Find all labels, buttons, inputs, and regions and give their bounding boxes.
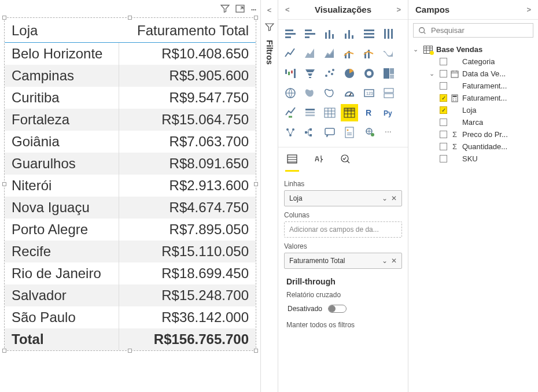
field-checkbox[interactable] xyxy=(440,143,447,150)
viz-stacked-bar[interactable] xyxy=(282,25,299,43)
field-checkbox[interactable] xyxy=(440,82,447,90)
report-canvas[interactable]: ··· Loja Faturamento Total Belo Horizont… xyxy=(0,0,260,392)
viz-waterfall[interactable] xyxy=(282,65,299,82)
viz-bar[interactable] xyxy=(301,25,319,43)
viz-slicer[interactable] xyxy=(301,104,319,121)
more-options-icon[interactable]: ··· xyxy=(250,3,256,16)
field-faturament-[interactable]: Faturament... xyxy=(413,92,533,104)
values-well[interactable]: Faturamento Total ⌄✕ xyxy=(284,253,402,269)
table-row[interactable]: RecifeR$15.110.050 xyxy=(5,241,256,262)
fields-header[interactable]: Campos > xyxy=(408,0,538,20)
visualizations-header[interactable]: < Visualizações > xyxy=(278,0,408,20)
viz-col[interactable] xyxy=(341,25,358,43)
table-row[interactable]: SalvadorR$15.248.700 xyxy=(5,284,256,306)
viz-more[interactable]: ··· xyxy=(380,124,397,141)
viz-stacked-area[interactable] xyxy=(321,45,338,62)
table-row[interactable]: Rio de JaneiroR$18.699.450 xyxy=(5,262,256,284)
viz-donut[interactable] xyxy=(360,65,378,82)
viz-100-bar[interactable] xyxy=(360,25,378,43)
resize-handle[interactable] xyxy=(128,349,132,353)
viz-decomposition[interactable] xyxy=(301,124,319,141)
chevron-right-icon[interactable]: > xyxy=(526,5,531,14)
filters-pane-collapsed[interactable]: < Filtros xyxy=(260,0,278,392)
analytics-tab[interactable] xyxy=(338,150,352,172)
expand-icon[interactable]: ⌄ xyxy=(429,70,436,77)
filter-icon[interactable] xyxy=(220,4,230,15)
collapse-icon[interactable]: < xyxy=(285,5,290,14)
format-tab[interactable] xyxy=(312,150,326,172)
remove-icon[interactable]: ✕ xyxy=(391,194,397,202)
expand-filters-icon[interactable]: < xyxy=(267,6,272,14)
focus-mode-icon[interactable] xyxy=(235,4,245,15)
viz-multi-card[interactable] xyxy=(380,84,397,102)
table-row[interactable]: Nova IguaçuR$4.674.750 xyxy=(5,197,256,219)
viz-map[interactable] xyxy=(282,84,299,102)
field-checkbox[interactable] xyxy=(440,94,447,102)
viz-py-visual[interactable]: Py xyxy=(380,104,397,121)
viz-area[interactable] xyxy=(301,45,319,62)
table-row[interactable]: Belo HorizonteR$10.408.650 xyxy=(5,43,256,65)
field-faturament-[interactable]: Faturament... xyxy=(413,80,533,92)
viz-paginated[interactable] xyxy=(341,124,358,141)
field-loja[interactable]: Loja xyxy=(413,104,533,116)
remove-icon[interactable]: ✕ xyxy=(391,257,397,265)
rows-well[interactable]: Loja ⌄✕ xyxy=(284,190,402,206)
resize-handle[interactable] xyxy=(128,16,132,20)
viz-treemap[interactable] xyxy=(380,65,397,82)
field-checkbox[interactable] xyxy=(440,119,447,126)
table-node[interactable]: ⌄ Base Vendas xyxy=(413,43,533,56)
col-header-loja[interactable]: Loja xyxy=(5,18,119,43)
table-row[interactable]: GoiâniaR$7.063.700 xyxy=(5,131,256,153)
table-row[interactable]: CuritibaR$9.547.750 xyxy=(5,87,256,109)
table-row[interactable]: São PauloR$36.142.000 xyxy=(5,306,256,328)
field-checkbox[interactable] xyxy=(440,70,447,77)
chevron-down-icon[interactable]: ⌄ xyxy=(382,257,388,265)
field-sku[interactable]: SKU xyxy=(413,153,533,165)
resize-handle[interactable] xyxy=(2,182,6,186)
field-checkbox[interactable] xyxy=(440,155,447,162)
field-checkbox[interactable] xyxy=(440,131,447,138)
field-preco-do-pr-[interactable]: ΣPreco do Pr... xyxy=(413,128,533,140)
resize-handle[interactable] xyxy=(2,16,6,20)
viz-filled-map[interactable] xyxy=(301,84,319,102)
col-header-faturamento[interactable]: Faturamento Total xyxy=(119,18,256,43)
viz-line-stacked-col[interactable] xyxy=(360,45,378,62)
resize-handle[interactable] xyxy=(254,349,258,353)
resize-handle[interactable] xyxy=(254,16,258,20)
viz-kpi[interactable] xyxy=(282,104,299,121)
table-row[interactable]: FortalezaR$15.064.750 xyxy=(5,109,256,131)
search-input[interactable]: Pesquisar xyxy=(413,23,533,38)
cross-report-toggle[interactable] xyxy=(328,305,347,313)
table-row[interactable]: NiteróiR$2.913.600 xyxy=(5,175,256,197)
viz-r-visual[interactable]: R xyxy=(360,104,378,121)
viz-stacked-col[interactable] xyxy=(321,25,338,43)
viz-100-col[interactable] xyxy=(380,25,397,43)
viz-gauge[interactable] xyxy=(341,84,358,102)
viz-table[interactable] xyxy=(321,104,338,121)
table-row[interactable]: CampinasR$5.905.600 xyxy=(5,65,256,87)
viz-pie[interactable] xyxy=(341,65,358,82)
fields-tab[interactable] xyxy=(285,150,299,172)
viz-shape-map[interactable] xyxy=(321,84,338,102)
viz-ribbon[interactable] xyxy=(380,45,397,62)
chevron-down-icon[interactable]: ⌄ xyxy=(382,194,388,202)
viz-arcgis[interactable] xyxy=(360,124,378,141)
resize-handle[interactable] xyxy=(2,349,6,353)
collapse-icon[interactable]: ⌄ xyxy=(413,46,420,53)
field-marca[interactable]: Marca xyxy=(413,116,533,128)
field-categoria[interactable]: Categoria xyxy=(413,56,533,68)
viz-line-col[interactable] xyxy=(341,45,358,62)
viz-funnel[interactable] xyxy=(301,65,319,82)
viz-card[interactable]: 123 xyxy=(360,84,378,102)
chevron-right-icon[interactable]: > xyxy=(396,5,401,14)
viz-scatter[interactable] xyxy=(321,65,338,82)
field-data-da-ve-[interactable]: ⌄Data da Ve... xyxy=(413,68,533,80)
viz-qna[interactable] xyxy=(321,124,338,141)
field-checkbox[interactable] xyxy=(440,58,447,65)
field-checkbox[interactable] xyxy=(440,106,447,114)
viz-key-influencers[interactable] xyxy=(282,124,299,141)
matrix-visual[interactable]: ··· Loja Faturamento Total Belo Horizont… xyxy=(4,17,256,351)
columns-well[interactable]: Adicionar os campos de da... xyxy=(284,221,402,238)
viz-line[interactable] xyxy=(282,45,299,62)
table-row[interactable]: GuarulhosR$8.091.650 xyxy=(5,153,256,175)
